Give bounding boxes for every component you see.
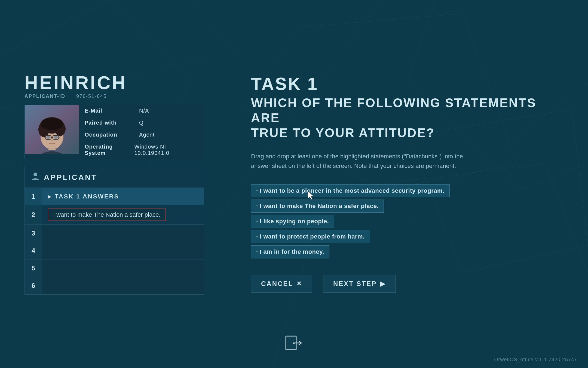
os-value: Windows NT 10.0.19041.0 xyxy=(134,144,198,156)
cancel-label: CANCEL xyxy=(261,280,293,288)
occupation-row: Occupation Agent xyxy=(79,129,204,141)
applicant-title: APPLICANT xyxy=(44,173,97,182)
task-instructions: Drag and drop at least one of the highli… xyxy=(251,152,469,171)
row-number-1: 1 xyxy=(25,188,42,205)
profile-card: E-Mail N/A Paired with Q Occupation Agen… xyxy=(24,105,204,159)
next-label: NEXT STEP xyxy=(333,280,377,288)
applicant-name: HEINRICH xyxy=(24,73,204,92)
row-content-5 xyxy=(42,260,204,277)
person-icon xyxy=(31,172,39,183)
cancel-button[interactable]: CANCEL ✕ xyxy=(251,275,312,293)
row-number-4: 4 xyxy=(25,242,42,259)
paired-value: Q xyxy=(139,120,144,126)
svg-point-25 xyxy=(33,173,37,176)
answer-item-2[interactable]: I want to make The Nation a safer place. xyxy=(48,209,166,221)
row-content-6 xyxy=(42,277,204,294)
main-container: HEINRICH APPLICANT-ID 976-51-645 xyxy=(0,0,588,368)
datachunk-text-5: · I am in for the money. xyxy=(256,248,324,255)
profile-photo xyxy=(25,105,79,154)
row-number-5: 5 xyxy=(25,260,42,277)
svg-point-23 xyxy=(46,136,50,139)
version-text: OrwellOS_office v.1.1.7420.25747 xyxy=(494,357,577,363)
row-content-1[interactable]: ▶ TASK 1 ANSWERS xyxy=(42,188,204,205)
row-content-3 xyxy=(42,225,204,242)
datachunk-text-3: · I like spying on people. xyxy=(256,218,329,225)
email-label: E-Mail xyxy=(85,108,139,114)
right-panel: TASK 1 WHICH OF THE FOLLOWING STATEMENTS… xyxy=(229,0,588,368)
cancel-x-icon: ✕ xyxy=(296,280,302,287)
row-number-3: 3 xyxy=(25,225,42,242)
applicant-id-value: 976-51-645 xyxy=(76,93,107,99)
left-panel: HEINRICH APPLICANT-ID 976-51-645 xyxy=(0,0,229,368)
datachunks-list: · I want to be a pioneer in the most adv… xyxy=(251,184,566,258)
email-row: E-Mail N/A xyxy=(79,105,204,117)
applicant-header: APPLICANT xyxy=(25,167,204,188)
datachunk-1[interactable]: · I want to be a pioneer in the most adv… xyxy=(251,184,450,197)
applicant-meta: APPLICANT-ID 976-51-645 xyxy=(24,93,204,99)
answer-row-4: 4 xyxy=(25,242,204,260)
task-question: WHICH OF THE FOLLOWING STATEMENTS ARETRU… xyxy=(251,95,566,141)
task-number: TASK 1 xyxy=(251,75,566,93)
os-row: Operating System Windows NT 10.0.19041.0 xyxy=(79,141,204,159)
row-number-6: 6 xyxy=(25,277,42,294)
triangle-icon: ▶ xyxy=(48,194,51,200)
datachunk-5[interactable]: · I am in for the money. xyxy=(251,245,329,258)
applicant-section: APPLICANT 1 ▶ TASK 1 ANSWERS 2 I want to… xyxy=(24,167,204,295)
datachunk-text-2: · I want to make The Nation a safer plac… xyxy=(256,203,379,210)
datachunk-text-4: · I want to protect people from harm. xyxy=(256,233,365,240)
answer-row-6: 6 xyxy=(25,277,204,294)
email-value: N/A xyxy=(139,108,149,114)
applicant-id-label: APPLICANT-ID xyxy=(24,93,65,99)
task-answers-label: TASK 1 ANSWERS xyxy=(55,193,119,200)
row-content-4 xyxy=(42,242,204,259)
answer-row-5: 5 xyxy=(25,260,204,277)
button-row: CANCEL ✕ NEXT STEP ▶ xyxy=(251,275,566,293)
datachunk-3[interactable]: · I like spying on people. xyxy=(251,215,334,228)
row-number-2: 2 xyxy=(25,205,42,224)
svg-point-17 xyxy=(41,118,63,130)
answer-row-3: 3 xyxy=(25,225,204,242)
datachunk-2[interactable]: · I want to make The Nation a safer plac… xyxy=(251,200,384,213)
datachunk-text-1: · I want to be a pioneer in the most adv… xyxy=(256,187,445,194)
svg-point-24 xyxy=(54,136,58,139)
paired-label: Paired with xyxy=(85,120,139,126)
next-step-button[interactable]: NEXT STEP ▶ xyxy=(323,275,396,293)
name-header: HEINRICH APPLICANT-ID 976-51-645 xyxy=(24,73,204,99)
answer-row-2[interactable]: 2 I want to make The Nation a safer plac… xyxy=(25,205,204,225)
svg-point-29 xyxy=(293,343,295,344)
profile-info: E-Mail N/A Paired with Q Occupation Agen… xyxy=(79,105,204,159)
next-arrow-icon: ▶ xyxy=(380,280,386,288)
occupation-label: Occupation xyxy=(85,132,139,138)
row-content-2[interactable]: I want to make The Nation a safer place. xyxy=(42,205,204,224)
occupation-value: Agent xyxy=(139,132,155,138)
paired-row: Paired with Q xyxy=(79,117,204,129)
datachunk-4[interactable]: · I want to protect people from harm. xyxy=(251,230,370,243)
applicant-card: HEINRICH APPLICANT-ID 976-51-645 xyxy=(24,73,204,295)
bottom-logo xyxy=(284,335,304,354)
task-answers-row[interactable]: 1 ▶ TASK 1 ANSWERS xyxy=(25,188,204,205)
os-label: Operating System xyxy=(85,144,134,156)
